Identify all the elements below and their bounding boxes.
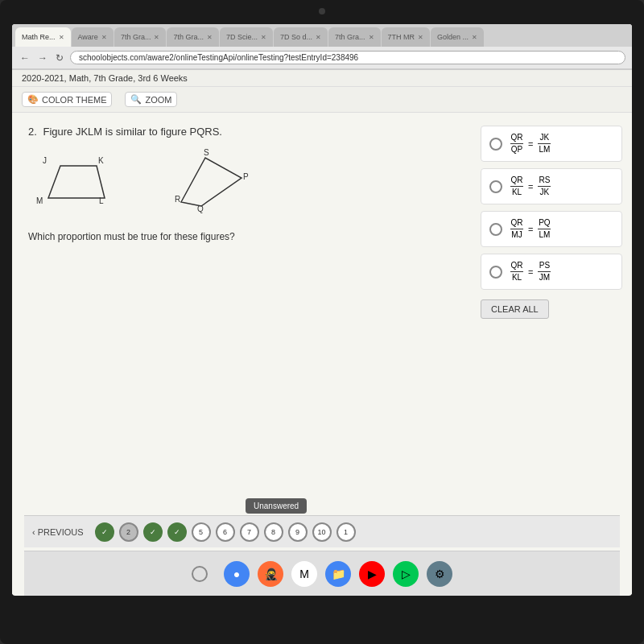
svg-text:S: S	[204, 148, 209, 157]
screen: Math Re... ✕ Aware ✕ 7th Gra... ✕ 7th Gr…	[12, 24, 632, 596]
tab-label: 7th Gra...	[121, 33, 151, 41]
camera-dot	[319, 8, 325, 14]
palette-icon: 🎨	[27, 94, 39, 105]
tab-7th-grade-2[interactable]: 7th Gra... ✕	[167, 27, 219, 47]
zoom-label: ZOOM	[145, 95, 171, 105]
tab-close-icon[interactable]: ✕	[59, 34, 64, 41]
page-11[interactable]: 1	[336, 522, 356, 542]
fraction-a-left: QR QP	[510, 133, 523, 155]
tab-close-icon[interactable]: ✕	[418, 34, 423, 41]
browser-chrome: Math Re... ✕ Aware ✕ 7th Gra... ✕ 7th Gr…	[12, 24, 632, 70]
radio-b[interactable]	[489, 180, 502, 193]
svg-marker-5	[181, 158, 242, 206]
forward-button[interactable]: →	[36, 52, 49, 64]
figure-jklm: J K M L	[28, 146, 133, 218]
fraction-b-right: RS JK	[538, 175, 551, 197]
radio-c[interactable]	[489, 223, 502, 236]
tab-math-review[interactable]: Math Re... ✕	[15, 27, 71, 47]
page-8[interactable]: 8	[264, 522, 283, 542]
files-icon[interactable]: 📁	[325, 561, 351, 587]
play-icon[interactable]: ▷	[393, 561, 419, 587]
ninja-icon[interactable]: 🥷	[258, 561, 283, 587]
taskbar: ● 🥷 M 📁 ▶ ▷ ⚙	[24, 551, 620, 596]
fraction-c-left: QR MJ	[510, 218, 523, 240]
fraction-b: QR KL = RS JK	[510, 175, 551, 197]
zoom-icon: 🔍	[130, 94, 142, 105]
fraction-c-right: PQ LM	[538, 218, 551, 240]
svg-text:R: R	[175, 195, 180, 204]
svg-text:J: J	[43, 156, 47, 165]
tab-aware[interactable]: Aware ✕	[72, 27, 114, 47]
answer-option-c[interactable]: QR MJ = PQ LM	[481, 211, 622, 247]
page-9[interactable]: 9	[288, 522, 308, 542]
svg-text:L: L	[99, 196, 104, 205]
tab-7d-soc[interactable]: 7D So d... ✕	[274, 27, 328, 47]
color-theme-label: COLOR THEME	[42, 95, 106, 105]
url-bar[interactable]: schoolobjects.com/aware2/onlineTestingAp…	[70, 51, 625, 64]
tab-label: Math Re...	[22, 33, 56, 41]
gmail-icon[interactable]: M	[291, 561, 317, 587]
zoom-button[interactable]: 🔍 ZOOM	[125, 92, 177, 107]
toolbar: 🎨 COLOR THEME 🔍 ZOOM	[12, 87, 632, 113]
previous-button[interactable]: ‹ PREVIOUS	[32, 527, 84, 537]
fraction-d: QR KL = PS JM	[510, 261, 551, 283]
page-5[interactable]: 5	[192, 522, 211, 542]
svg-text:Q: Q	[197, 204, 204, 213]
fraction-d-right: PS JM	[538, 261, 551, 283]
svg-text:K: K	[98, 156, 104, 165]
page-3[interactable]: ✓	[143, 522, 163, 542]
fraction-d-left: QR KL	[510, 261, 523, 283]
question-sub-text: Which proportion must be true for these …	[28, 231, 455, 242]
clear-all-button[interactable]: CLEAR ALL	[481, 299, 549, 319]
tab-bar: Math Re... ✕ Aware ✕ 7th Gra... ✕ 7th Gr…	[12, 24, 632, 47]
tab-7d-sci[interactable]: 7D Scie... ✕	[220, 27, 273, 47]
tab-label: 7D So d...	[280, 33, 312, 41]
fraction-a: QR QP = JK LM	[510, 133, 551, 155]
radio-a[interactable]	[489, 138, 502, 151]
svg-text:M: M	[36, 196, 43, 205]
page-10[interactable]: 10	[312, 522, 332, 542]
page-7[interactable]: 7	[240, 522, 259, 542]
tab-7th-gras[interactable]: 7th Gra... ✕	[328, 27, 381, 47]
settings-icon[interactable]: ⚙	[427, 561, 452, 587]
laptop-frame: Math Re... ✕ Aware ✕ 7th Gra... ✕ 7th Gr…	[0, 0, 644, 644]
youtube-icon[interactable]: ▶	[359, 561, 385, 587]
page-6[interactable]: 6	[216, 522, 235, 542]
back-button[interactable]: ←	[19, 52, 31, 64]
answer-option-d[interactable]: QR KL = PS JM	[481, 254, 622, 290]
tab-label: 7th Gra...	[173, 33, 204, 41]
tab-close-icon[interactable]: ✕	[369, 34, 374, 41]
answer-option-a[interactable]: QR QP = JK LM	[481, 126, 622, 162]
svg-marker-0	[48, 166, 105, 198]
tab-close-icon[interactable]: ✕	[316, 34, 321, 41]
tab-golden[interactable]: Golden ... ✕	[431, 27, 484, 47]
breadcrumb: 2020-2021, Math, 7th Grade, 3rd 6 Weeks	[12, 70, 632, 87]
tab-label: 7th Gra...	[335, 33, 365, 41]
radio-d[interactable]	[489, 266, 502, 279]
fraction-c: QR MJ = PQ LM	[510, 218, 551, 240]
tab-close-icon[interactable]: ✕	[261, 34, 266, 41]
tab-7th-mr[interactable]: 7TH MR ✕	[382, 27, 431, 47]
tab-label: 7TH MR	[388, 33, 415, 41]
answer-option-b[interactable]: QR KL = RS JK	[481, 168, 622, 204]
page-2[interactable]: 2	[119, 522, 138, 542]
tab-close-icon[interactable]: ✕	[472, 34, 477, 41]
fraction-b-left: QR KL	[510, 175, 523, 197]
color-theme-button[interactable]: 🎨 COLOR THEME	[22, 92, 112, 107]
address-bar: ← → ↻ schoolobjects.com/aware2/onlineTes…	[12, 47, 632, 69]
chrome-icon[interactable]: ●	[224, 561, 250, 587]
taskbar-circle	[192, 566, 208, 582]
figures-container: J K M L R S P Q	[28, 146, 455, 218]
refresh-button[interactable]: ↻	[54, 52, 65, 64]
tab-close-icon[interactable]: ✕	[101, 34, 107, 41]
page-1[interactable]: ✓	[95, 522, 114, 542]
figure-pqrs: R S P Q	[157, 146, 262, 218]
page-4[interactable]: ✓	[167, 522, 187, 542]
tab-close-icon[interactable]: ✕	[154, 34, 159, 41]
unanswered-tooltip: Unanswered	[246, 498, 307, 514]
tab-label: Aware	[78, 33, 98, 41]
fraction-a-right: JK LM	[538, 133, 551, 155]
tab-close-icon[interactable]: ✕	[207, 34, 213, 41]
tab-7th-grade-1[interactable]: 7th Gra... ✕	[114, 27, 167, 47]
bottom-navigation: ‹ PREVIOUS ✓ 2 ✓ ✓ 5 6 7 8 9 10 1	[24, 515, 620, 547]
